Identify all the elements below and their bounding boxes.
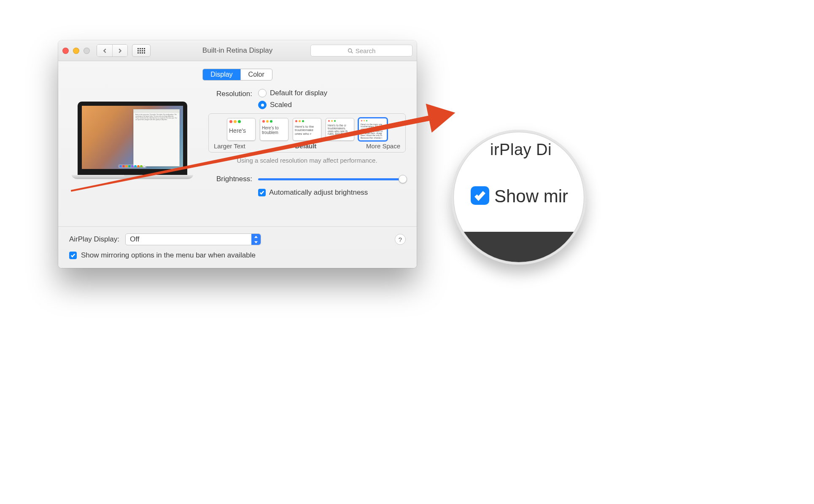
search-icon	[348, 48, 353, 54]
radio-default-for-display[interactable]: Default for display	[258, 89, 327, 97]
brightness-slider[interactable]	[258, 178, 406, 180]
magnified-show-text: Show mir	[494, 186, 568, 206]
scale-option-larger-text[interactable]: Here's	[227, 118, 256, 141]
grid-icon	[137, 48, 145, 54]
back-button[interactable]	[97, 45, 112, 56]
tab-segment: Display Color	[202, 69, 272, 80]
show-all-button[interactable]	[132, 44, 151, 57]
radio-scaled[interactable]: Scaled	[258, 101, 327, 109]
minimize-icon[interactable]	[73, 48, 79, 54]
macbook-screen: Here's to the crazy ones. The misfits. T…	[78, 102, 187, 175]
larger-text-caption: Larger Text	[214, 142, 245, 150]
resolution-label: Resolution:	[208, 89, 252, 98]
auto-brightness-checkbox[interactable]: Automatically adjust brightness	[258, 188, 406, 197]
titlebar: Built-in Retina Display Search	[58, 40, 417, 61]
stepper-icon	[251, 234, 261, 245]
radio-icon	[258, 101, 267, 109]
search-placeholder: Search	[356, 47, 376, 54]
traffic-lights	[62, 48, 90, 54]
tab-color[interactable]: Color	[240, 69, 272, 80]
brightness-label: Brightness:	[208, 175, 252, 183]
svg-point-0	[348, 48, 351, 52]
tab-row: Display Color	[69, 69, 406, 80]
slider-knob[interactable]	[399, 175, 407, 183]
nav-back-forward	[97, 44, 128, 57]
dock-icon	[119, 164, 147, 168]
chevron-right-icon	[118, 48, 122, 53]
slider-fill	[258, 178, 403, 180]
airplay-label: AirPlay Display:	[69, 235, 119, 244]
forward-button[interactable]	[112, 45, 127, 56]
auto-brightness-label: Automatically adjust brightness	[269, 188, 368, 197]
airplay-dropdown[interactable]: Off	[125, 233, 261, 245]
tab-display[interactable]: Display	[203, 69, 240, 80]
arrow-head-icon	[426, 98, 458, 132]
zoom-icon[interactable]	[84, 48, 90, 54]
magnified-shadow-strip	[454, 232, 584, 262]
radio-label: Scaled	[270, 101, 292, 109]
scale-option-2[interactable]: Here's to troublem	[260, 118, 288, 141]
airplay-value: Off	[130, 235, 139, 244]
divider	[58, 226, 417, 227]
magnified-airplay-text: irPlay Di	[490, 141, 552, 159]
chevron-left-icon	[102, 48, 107, 53]
show-mirroring-label: Show mirroring options in the menu bar w…	[81, 251, 256, 260]
window-body: Display Color Here's to the crazy ones. …	[58, 61, 417, 268]
help-button[interactable]: ?	[395, 234, 406, 245]
textedit-preview-window: Here's to the crazy ones. The misfits. T…	[133, 109, 180, 166]
close-icon[interactable]	[62, 48, 69, 54]
magnifier-callout: irPlay Di Show mir	[451, 130, 586, 265]
radio-icon	[258, 89, 267, 97]
show-mirroring-checkbox[interactable]	[69, 252, 77, 259]
magnified-checkbox-icon	[471, 186, 489, 205]
more-space-caption: More Space	[366, 142, 400, 150]
checkbox-icon	[258, 189, 266, 196]
search-input[interactable]: Search	[310, 45, 412, 56]
radio-label: Default for display	[270, 89, 327, 97]
